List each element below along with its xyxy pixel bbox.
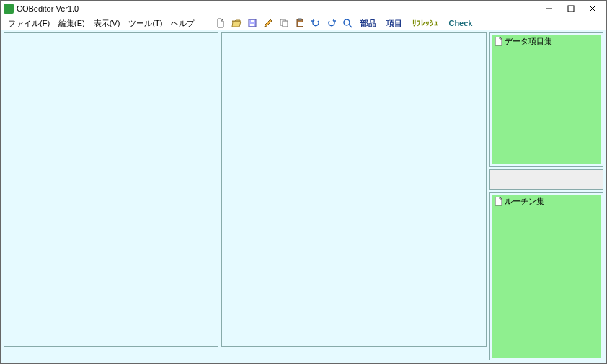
pencil-button[interactable] — [262, 17, 274, 29]
save-icon — [247, 18, 257, 28]
new-file-button[interactable] — [215, 17, 226, 29]
item-button[interactable]: 項目 — [386, 18, 402, 29]
paste-button[interactable] — [294, 17, 306, 29]
svg-rect-3 — [251, 20, 254, 22]
middle-gap-panel[interactable] — [489, 169, 603, 190]
svg-rect-8 — [298, 22, 303, 26]
data-items-header: データ項目集 — [492, 35, 555, 48]
client-area: データ項目集 ルーチン集 — [1, 30, 606, 363]
routines-panel[interactable]: ルーチン集 — [489, 192, 603, 360]
save-button[interactable] — [247, 17, 258, 29]
svg-rect-7 — [298, 19, 301, 20]
open-button[interactable] — [231, 17, 242, 29]
maximize-icon — [567, 5, 575, 12]
center-pane[interactable] — [221, 32, 487, 347]
close-button[interactable] — [582, 1, 603, 17]
undo-button[interactable] — [310, 17, 322, 29]
minimize-button[interactable] — [539, 1, 560, 17]
svg-rect-0 — [568, 6, 574, 12]
parts-button[interactable]: 部品 — [360, 18, 376, 29]
left-pane[interactable] — [4, 32, 218, 347]
menu-edit[interactable]: 編集(E) — [54, 17, 89, 30]
copy-button[interactable] — [278, 17, 290, 29]
svg-rect-2 — [250, 24, 254, 26]
svg-rect-5 — [283, 21, 288, 27]
file-icon — [495, 37, 502, 46]
refresh-button[interactable]: ﾘﾌﾚｯｼｭ — [412, 19, 438, 27]
titlebar: COBeditor Ver1.0 — [1, 1, 606, 17]
app-window: COBeditor Ver1.0 ファイル(F) 編集(E) 表示(V) ツール… — [0, 0, 607, 364]
right-column: データ項目集 ルーチン集 — [489, 32, 603, 360]
copy-icon — [279, 18, 289, 28]
clipboard-icon — [295, 18, 305, 28]
close-icon — [589, 5, 596, 12]
window-controls — [539, 1, 603, 17]
undo-icon — [311, 18, 321, 28]
window-title: COBeditor Ver1.0 — [17, 4, 539, 13]
data-items-label: データ項目集 — [505, 36, 552, 47]
folder-open-icon — [231, 18, 242, 28]
check-button[interactable]: Check — [448, 19, 472, 27]
menubar: ファイル(F) 編集(E) 表示(V) ツール(T) ヘルプ — [1, 17, 606, 30]
svg-point-9 — [344, 19, 350, 25]
maximize-button[interactable] — [560, 1, 582, 17]
routines-label: ルーチン集 — [505, 196, 544, 207]
redo-button[interactable] — [326, 17, 337, 29]
menu-help[interactable]: ヘルプ — [167, 17, 199, 30]
new-file-icon — [216, 18, 226, 28]
search-button[interactable] — [342, 17, 353, 29]
routines-body: ルーチン集 — [492, 195, 601, 358]
toolbar: 部品 項目 ﾘﾌﾚｯｼｭ Check — [215, 17, 475, 29]
menu-view[interactable]: 表示(V) — [89, 17, 125, 30]
redo-icon — [327, 18, 337, 28]
app-icon — [4, 4, 14, 14]
search-icon — [342, 18, 353, 28]
routines-header: ルーチン集 — [492, 195, 547, 208]
data-items-panel[interactable]: データ項目集 — [489, 32, 603, 167]
file-icon — [495, 197, 502, 206]
minimize-icon — [546, 5, 553, 12]
menu-file[interactable]: ファイル(F) — [4, 17, 54, 30]
pencil-icon — [263, 18, 273, 28]
data-items-body: データ項目集 — [492, 35, 601, 164]
menu-tool[interactable]: ツール(T) — [124, 17, 167, 30]
